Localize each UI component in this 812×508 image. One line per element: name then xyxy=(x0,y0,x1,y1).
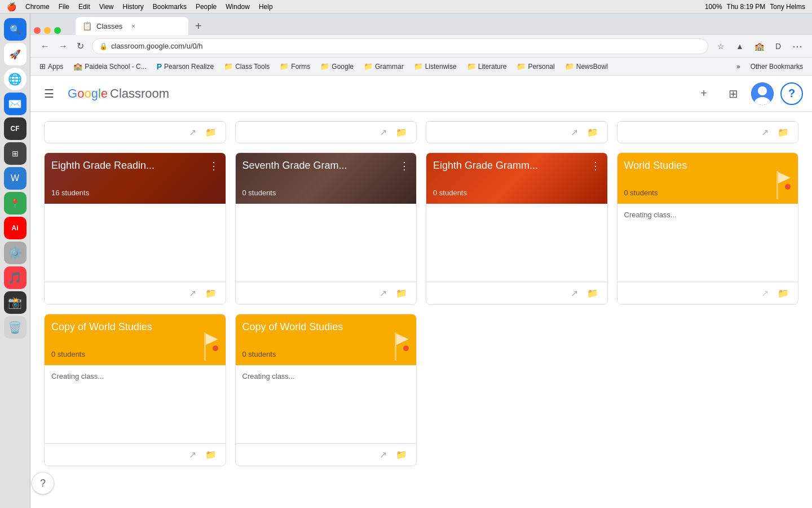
svg-marker-4 xyxy=(778,172,791,183)
card-menu-eighth-reading[interactable]: ⋮ xyxy=(209,160,219,172)
folder-icon-copy-world-1[interactable]: 📁 xyxy=(205,449,217,460)
stats-icon-world-studies[interactable]: ↗ xyxy=(761,288,769,299)
card-creating-text-copy-world-2: Creating class... xyxy=(242,372,295,380)
new-tab-button[interactable]: + xyxy=(193,17,204,35)
bookmark-grammar[interactable]: 📁 Grammar xyxy=(359,60,408,72)
bookmark-apps[interactable]: ⊞ Apps xyxy=(35,60,68,72)
dock-settings[interactable]: ⚙️ xyxy=(4,242,27,264)
window-close[interactable] xyxy=(34,27,41,34)
menu-help[interactable]: Help xyxy=(259,3,273,11)
add-class-button[interactable]: + xyxy=(692,82,715,105)
prev-card-2-stats-icon[interactable]: ↗ xyxy=(379,127,387,138)
dock-apps[interactable]: ⊞ xyxy=(4,142,27,165)
bookmark-star-button[interactable]: ☆ xyxy=(713,38,729,54)
prev-card-1-stats-icon[interactable]: ↗ xyxy=(189,127,196,138)
time-display: Thu 8:19 PM xyxy=(727,3,766,11)
folder-icon-eighth-grammar[interactable]: 📁 xyxy=(587,288,598,299)
bookmark-forms[interactable]: 📁 Forms xyxy=(275,60,315,72)
card-menu-seventh-grammar[interactable]: ⋮ xyxy=(399,160,409,172)
browser-tab-bar: 📋 Classes × + xyxy=(30,14,812,35)
bookmark-paideia[interactable]: 🏫 Paideia School - C... xyxy=(69,60,151,72)
menu-window[interactable]: Window xyxy=(226,3,250,11)
bookmark-classtools[interactable]: 📁 Class Tools xyxy=(219,60,274,72)
stats-icon-copy-world-2[interactable]: ↗ xyxy=(379,449,387,460)
card-students-eighth-grammar: 0 students xyxy=(433,189,601,197)
dock-finder[interactable]: 🔍 xyxy=(4,18,27,41)
stats-icon-eighth-reading[interactable]: ↗ xyxy=(189,288,196,299)
help-button[interactable]: ? xyxy=(780,82,803,105)
prev-card-2[interactable]: ↗ 📁 xyxy=(235,121,417,143)
bookmark-listenwise[interactable]: 📁 Listenwise xyxy=(409,60,461,72)
user-avatar[interactable] xyxy=(751,82,774,105)
tab-close-button[interactable]: × xyxy=(131,23,135,29)
dock-word[interactable]: W xyxy=(4,167,27,190)
folder-icon-world-studies[interactable]: 📁 xyxy=(778,288,789,299)
prev-card-4-folder-icon[interactable]: 📁 xyxy=(778,127,789,138)
class-card-eighth-grammar[interactable]: Eighth Grade Gramm... ⋮ 0 students ↗ 📁 xyxy=(426,152,608,305)
class-card-copy-world-2[interactable]: Copy of World Studies 0 students Creatin… xyxy=(235,314,417,466)
menu-bookmarks[interactable]: Bookmarks xyxy=(153,3,187,11)
prev-card-3[interactable]: ↗ 📁 xyxy=(426,121,608,143)
url-bar[interactable]: 🔒 classroom.google.com/u/0/h xyxy=(92,38,708,54)
dock-launchpad[interactable]: 🚀 xyxy=(4,43,27,65)
class-card-world-studies[interactable]: World Studies 0 students Creating class.… xyxy=(617,152,799,305)
logo-text: Google xyxy=(68,86,108,101)
prev-card-4-stats-icon[interactable]: ↗ xyxy=(761,127,769,138)
stats-icon-copy-world-1[interactable]: ↗ xyxy=(189,449,196,460)
dock-classflow[interactable]: CF xyxy=(4,117,27,140)
bookmark-pearson-label: Pearson Realize xyxy=(164,63,214,71)
extension-more[interactable]: ⋯ xyxy=(789,38,805,54)
dock-mail[interactable]: ✉️ xyxy=(4,93,27,115)
menu-chrome[interactable]: Chrome xyxy=(25,3,50,11)
menu-view[interactable]: View xyxy=(99,3,114,11)
prev-card-2-folder-icon[interactable]: 📁 xyxy=(396,127,407,138)
apps-grid-button[interactable]: ⊞ xyxy=(722,82,744,105)
stats-icon-seventh-grammar[interactable]: ↗ xyxy=(379,288,387,299)
menu-file[interactable]: File xyxy=(59,3,69,11)
folder-icon-copy-world-2[interactable]: 📁 xyxy=(396,449,407,460)
folder-icon-seventh-grammar[interactable]: 📁 xyxy=(396,288,407,299)
dock-maps[interactable]: 📍 xyxy=(4,192,27,214)
prev-card-1[interactable]: ↗ 📁 xyxy=(44,121,226,143)
apple-menu[interactable]: 🍎 xyxy=(7,2,16,11)
prev-card-4[interactable]: ↗ 📁 xyxy=(617,121,799,143)
class-card-copy-world-1[interactable]: Copy of World Studies 0 students Creatin… xyxy=(44,314,226,466)
class-card-eighth-reading[interactable]: Eighth Grade Readin... ⋮ 16 students ↗ 📁 xyxy=(44,152,226,305)
extension-drive[interactable]: ▲ xyxy=(732,38,748,54)
prev-card-3-folder-icon[interactable]: 📁 xyxy=(587,127,598,138)
bookmark-personal[interactable]: 📁 Personal xyxy=(512,60,559,72)
extension-classroom[interactable]: 🏫 xyxy=(751,38,767,54)
bookmark-other[interactable]: Other Bookmarks xyxy=(746,61,807,72)
bookmark-literature[interactable]: 📁 Literature xyxy=(462,60,511,72)
card-body-seventh-grammar xyxy=(236,204,417,282)
class-card-seventh-grammar[interactable]: Seventh Grade Gram... ⋮ 0 students ↗ 📁 xyxy=(235,152,417,305)
menu-history[interactable]: History xyxy=(123,3,144,11)
forward-button[interactable]: → xyxy=(55,38,71,54)
back-button[interactable]: ← xyxy=(37,38,53,54)
card-menu-eighth-grammar[interactable]: ⋮ xyxy=(590,160,601,172)
dock-photos[interactable]: 📸 xyxy=(4,291,27,314)
stats-icon-eighth-grammar[interactable]: ↗ xyxy=(571,288,578,299)
prev-card-3-stats-icon[interactable]: ↗ xyxy=(571,127,578,138)
prev-card-1-folder-icon[interactable]: 📁 xyxy=(205,127,217,138)
bookmark-google[interactable]: 📁 Google xyxy=(316,60,358,72)
window-maximize[interactable] xyxy=(54,27,61,34)
personal-folder-icon: 📁 xyxy=(517,62,526,71)
window-minimize[interactable] xyxy=(44,27,51,34)
classroom-text: Classroom xyxy=(110,86,169,101)
dock-adobe[interactable]: Ai xyxy=(4,217,27,239)
dock-music[interactable]: 🎵 xyxy=(4,266,27,289)
menu-people[interactable]: People xyxy=(196,3,217,11)
bookmarks-more-button[interactable]: » xyxy=(732,61,745,72)
menu-edit[interactable]: Edit xyxy=(78,3,90,11)
bookmark-pearson[interactable]: P Pearson Realize xyxy=(152,60,218,73)
hamburger-menu-button[interactable]: ☰ xyxy=(39,82,59,105)
bookmark-newsbowl[interactable]: 📁 NewsBowl xyxy=(561,60,612,72)
dock-chrome[interactable]: 🌐 xyxy=(4,68,27,90)
dock-trash[interactable]: 🗑️ xyxy=(4,316,27,339)
folder-icon-eighth-reading[interactable]: 📁 xyxy=(205,288,217,299)
help-fab-button[interactable]: ? xyxy=(32,472,54,494)
browser-tab[interactable]: 📋 Classes × xyxy=(76,17,188,35)
refresh-button[interactable]: ↻ xyxy=(73,38,87,54)
extension-diigo[interactable]: D xyxy=(770,38,786,54)
